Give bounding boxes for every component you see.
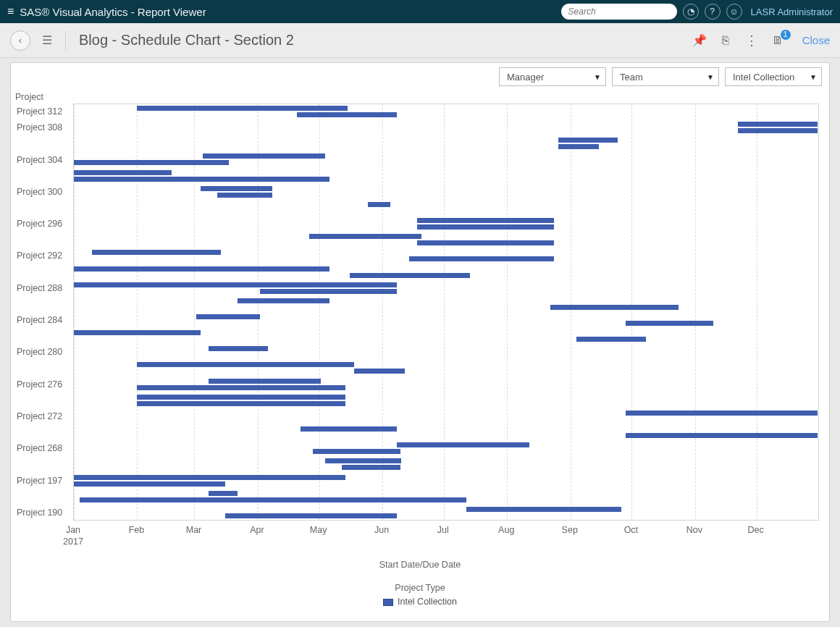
gantt-bar[interactable]: [738, 128, 818, 133]
y-axis-title: Project: [15, 92, 43, 102]
gantt-bar[interactable]: [626, 411, 818, 416]
gantt-bar[interactable]: [417, 224, 554, 230]
gantt-bar[interactable]: [74, 282, 397, 287]
x-tick-label: Jan: [66, 525, 80, 535]
help-icon[interactable]: ?: [705, 4, 721, 20]
manager-dropdown[interactable]: Manager▼: [499, 67, 606, 86]
gantt-bar[interactable]: [354, 369, 406, 374]
gantt-bar[interactable]: [137, 362, 353, 367]
legend: Intel Collection: [15, 597, 825, 607]
gantt-bar[interactable]: [301, 426, 397, 432]
gantt-bar[interactable]: [309, 234, 421, 239]
x-tick-label: Apr: [250, 525, 264, 535]
gantt-bar[interactable]: [368, 202, 390, 207]
gridline: [757, 104, 757, 520]
team-dropdown[interactable]: Team▼: [612, 67, 719, 86]
gantt-bar[interactable]: [626, 433, 818, 438]
gantt-bar[interactable]: [325, 458, 400, 463]
gridline: [631, 104, 632, 520]
gantt-bar[interactable]: [74, 475, 345, 480]
gantt-bar[interactable]: [74, 481, 225, 487]
gantt-bar[interactable]: [558, 144, 599, 149]
comments-icon[interactable]: 🗎 1: [769, 34, 786, 47]
gantt-bar[interactable]: [297, 112, 397, 117]
gantt-bar[interactable]: [137, 106, 348, 111]
gantt-bar[interactable]: [196, 314, 259, 319]
gantt-bar[interactable]: [738, 122, 818, 127]
gantt-bar[interactable]: [466, 507, 621, 512]
gantt-bar[interactable]: [74, 266, 329, 272]
app-topbar: ≡ SAS® Visual Analytics - Report Viewer …: [0, 0, 840, 23]
gantt-bar[interactable]: [74, 330, 201, 335]
gantt-bar[interactable]: [92, 250, 221, 255]
gantt-bar[interactable]: [209, 346, 268, 351]
gantt-bar[interactable]: [550, 305, 679, 310]
y-tick-label: Project 190: [15, 508, 72, 518]
gantt-bar[interactable]: [626, 321, 713, 326]
export-icon[interactable]: ⎘: [717, 34, 734, 47]
gridline: [319, 104, 320, 520]
gridline: [194, 104, 195, 520]
x-tick-label: Oct: [624, 525, 638, 535]
gantt-bar[interactable]: [417, 218, 554, 223]
gantt-bar[interactable]: [137, 401, 345, 406]
y-tick-label: Project 272: [15, 411, 72, 421]
project-type-dropdown-label: Intel Collection: [733, 72, 794, 83]
gantt-bar[interactable]: [260, 289, 397, 294]
pin-icon[interactable]: 📌: [691, 33, 708, 47]
gantt-bar[interactable]: [238, 298, 329, 303]
gantt-bar[interactable]: [74, 177, 329, 182]
gantt-bar[interactable]: [137, 395, 345, 400]
gantt-bar[interactable]: [209, 379, 321, 384]
gantt-bar[interactable]: [576, 337, 646, 342]
gridline: [382, 104, 383, 520]
x-tick-label: May: [310, 525, 327, 535]
gantt-bar[interactable]: [397, 442, 529, 447]
close-button[interactable]: Close: [802, 34, 830, 46]
report-title: Blog - Schedule Chart - Section 2: [79, 32, 294, 49]
x-tick-label: Sep: [562, 525, 578, 535]
gantt-bar[interactable]: [350, 273, 470, 278]
more-icon[interactable]: ⋮: [743, 33, 760, 49]
legend-swatch: [383, 599, 393, 606]
y-tick-label: Project 300: [15, 187, 72, 197]
x-tick-label: Nov: [686, 525, 702, 535]
gantt-bar[interactable]: [225, 513, 397, 518]
user-icon[interactable]: ☺: [726, 4, 742, 20]
gantt-bar[interactable]: [417, 240, 554, 245]
y-tick-label: Project 292: [15, 251, 72, 261]
user-name[interactable]: LASR Administrator: [751, 7, 833, 17]
y-tick-label: Project 304: [15, 155, 72, 165]
gantt-bar[interactable]: [313, 449, 400, 454]
gantt-bar[interactable]: [201, 186, 272, 191]
project-type-dropdown[interactable]: Intel Collection▼: [725, 67, 822, 86]
x-tick-label: Aug: [498, 525, 514, 535]
legend-title: Project Type: [15, 583, 825, 593]
gantt-bar[interactable]: [137, 385, 345, 390]
plot-area[interactable]: [73, 104, 819, 521]
gantt-bar[interactable]: [80, 497, 466, 502]
gantt-bar[interactable]: [209, 491, 238, 496]
gridline: [137, 104, 138, 520]
gridline: [695, 104, 696, 520]
gantt-bar[interactable]: [203, 153, 325, 159]
outline-icon[interactable]: ☰: [42, 33, 52, 47]
back-button[interactable]: ‹: [10, 30, 30, 51]
menu-icon[interactable]: ≡: [7, 5, 14, 18]
chevron-down-icon: ▼: [587, 73, 601, 81]
search-input[interactable]: [567, 6, 679, 17]
gantt-bar[interactable]: [217, 193, 272, 198]
schedule-chart: Project Start Date/Due Date Project Type…: [15, 92, 825, 614]
alerts-icon[interactable]: ◔: [683, 4, 699, 20]
y-tick-label: Project 284: [15, 315, 72, 325]
gantt-bar[interactable]: [74, 160, 229, 165]
gantt-bar[interactable]: [409, 256, 554, 261]
gantt-bar[interactable]: [342, 465, 401, 470]
gridline: [507, 104, 508, 520]
x-year-label: 2017: [63, 536, 83, 547]
gantt-bar[interactable]: [74, 170, 172, 175]
gantt-bar[interactable]: [558, 138, 618, 143]
report-canvas: Manager▼ Team▼ Intel Collection▼ Project…: [10, 62, 830, 622]
chevron-down-icon: ▼: [700, 73, 714, 81]
search-box[interactable]: ⌕: [561, 4, 677, 20]
